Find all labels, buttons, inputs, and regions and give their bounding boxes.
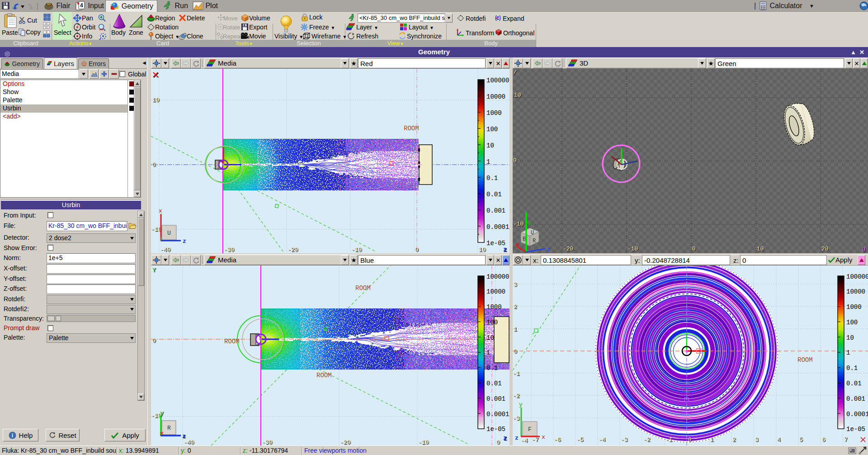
svg-text:-20: -20 <box>340 439 350 446</box>
svg-text:10: 10 <box>846 334 854 341</box>
svg-text:2: 2 <box>514 303 517 310</box>
svg-text:0: 0 <box>496 439 500 446</box>
svg-text:u: u <box>528 220 531 227</box>
svg-text:z: z <box>183 238 186 245</box>
svg-text:-3: -3 <box>621 436 628 443</box>
svg-text:-10: -10 <box>151 226 161 233</box>
svg-text:100000: 100000 <box>486 273 509 280</box>
svg-text:10: 10 <box>514 92 521 99</box>
svg-text:-20: -20 <box>288 246 298 253</box>
svg-text:3: 3 <box>514 281 517 288</box>
svg-text:0.01: 0.01 <box>486 380 502 387</box>
svg-text:x: x <box>159 208 162 214</box>
svg-text:ROOM: ROOM <box>797 356 813 364</box>
svg-text:-4: -4 <box>599 436 606 443</box>
svg-text:1e-05: 1e-05 <box>846 426 865 433</box>
svg-text:0: 0 <box>152 161 156 168</box>
svg-text:-10: -10 <box>627 246 638 252</box>
svg-text:U: U <box>862 246 865 253</box>
svg-text:1e-05: 1e-05 <box>486 240 505 247</box>
svg-text:R: R <box>167 425 171 431</box>
svg-text:1: 1 <box>514 326 517 333</box>
svg-text:ROOM: ROOM <box>316 372 332 379</box>
svg-text:1000: 1000 <box>486 109 502 117</box>
svg-text:-10: -10 <box>351 246 362 253</box>
svg-text:4: 4 <box>80 2 83 9</box>
svg-text:-6: -6 <box>554 436 561 443</box>
svg-text:ROOM: ROOM <box>224 338 240 345</box>
svg-text:y: y <box>160 410 164 417</box>
svg-text:1: 1 <box>846 349 850 356</box>
svg-text:2: 2 <box>732 436 736 443</box>
svg-text:0: 0 <box>514 348 517 355</box>
svg-text:100: 100 <box>486 319 498 326</box>
svg-text:3: 3 <box>755 436 759 443</box>
svg-text:0.1: 0.1 <box>486 365 498 372</box>
svg-text:10: 10 <box>757 246 764 252</box>
svg-text:B: B <box>523 236 526 242</box>
svg-text:-10: -10 <box>418 439 429 446</box>
svg-text:0.1: 0.1 <box>846 365 858 372</box>
svg-text:0.0001: 0.0001 <box>486 411 509 418</box>
svg-text:-20: -20 <box>563 246 573 252</box>
svg-text:0.1: 0.1 <box>486 175 498 182</box>
svg-text:-30: -30 <box>224 246 234 253</box>
svg-text:0.001: 0.001 <box>486 395 505 403</box>
svg-text:0: 0 <box>415 246 419 253</box>
svg-text:x: x <box>542 434 545 441</box>
svg-text:0.01: 0.01 <box>846 380 862 387</box>
svg-text:ROOM: ROOM <box>355 284 371 292</box>
svg-text:U: U <box>531 230 534 236</box>
svg-text:0: 0 <box>513 157 517 164</box>
svg-text:-30: -30 <box>262 439 272 446</box>
svg-text:Y: Y <box>152 267 156 274</box>
svg-text:10000: 10000 <box>486 93 505 100</box>
svg-text:100: 100 <box>846 319 858 326</box>
svg-text:-40: -40 <box>184 439 194 446</box>
svg-text:-2: -2 <box>513 393 520 399</box>
svg-text:z: z <box>503 246 507 253</box>
svg-text:0.01: 0.01 <box>486 191 502 198</box>
svg-text:-4: -4 <box>521 437 528 444</box>
svg-text:-10: -10 <box>513 221 524 228</box>
svg-text:10: 10 <box>152 97 160 104</box>
svg-text:y: y <box>519 401 523 408</box>
svg-text:10: 10 <box>479 246 486 253</box>
svg-text:0.001: 0.001 <box>846 395 865 403</box>
svg-text:-5: -5 <box>576 436 584 443</box>
svg-text:20: 20 <box>821 246 829 252</box>
svg-text:1e-05: 1e-05 <box>486 426 505 433</box>
svg-text:1: 1 <box>486 349 490 356</box>
svg-text:100000: 100000 <box>486 77 509 84</box>
svg-text:4: 4 <box>777 436 781 443</box>
svg-text:U: U <box>167 230 171 237</box>
svg-text:0: 0 <box>692 246 696 252</box>
svg-text:1000: 1000 <box>486 303 502 311</box>
svg-text:0.001: 0.001 <box>486 207 505 214</box>
svg-text:0.0001: 0.0001 <box>486 223 509 231</box>
svg-text:z: z <box>182 433 186 440</box>
svg-text:0: 0 <box>688 436 692 443</box>
svg-text:100000: 100000 <box>846 273 868 280</box>
svg-text:1: 1 <box>486 158 490 166</box>
svg-text:5: 5 <box>799 436 803 443</box>
svg-text:R: R <box>533 238 536 244</box>
svg-text:-7: -7 <box>532 436 539 443</box>
svg-text:ROOM: ROOM <box>404 125 419 132</box>
svg-text:-1: -1 <box>513 370 520 377</box>
svg-text:0.0001: 0.0001 <box>846 411 868 418</box>
svg-text:1000: 1000 <box>846 303 862 311</box>
svg-text:10: 10 <box>486 142 494 149</box>
svg-text:z: z <box>515 435 519 441</box>
svg-text:-1: -1 <box>665 436 673 443</box>
svg-text:1: 1 <box>710 436 714 443</box>
svg-text:-40: -40 <box>160 246 170 253</box>
svg-text:-3: -3 <box>513 415 520 422</box>
svg-text:i: i <box>11 432 13 439</box>
svg-text:10000: 10000 <box>486 288 505 295</box>
svg-text:F: F <box>528 426 532 433</box>
svg-text:6: 6 <box>822 436 826 443</box>
svg-text:z: z <box>547 246 551 253</box>
svg-text:-2: -2 <box>643 436 651 443</box>
svg-text:100: 100 <box>486 126 498 133</box>
